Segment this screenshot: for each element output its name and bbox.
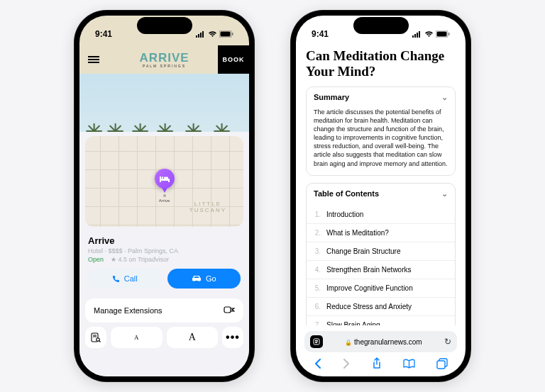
signal-icon xyxy=(412,30,422,38)
phone-mockup-left: 9:41 ARRIVE PALM SPRINGS BOOK ✳ ✳ ✳ ✳ ✳ … xyxy=(74,10,255,382)
summary-toggle[interactable]: Summary ⌄ xyxy=(307,87,455,108)
svg-rect-19 xyxy=(414,34,416,38)
toc-item[interactable]: 6.Reduce Stress and Anxiety xyxy=(307,297,455,315)
place-name: Arrive xyxy=(88,235,241,246)
place-status-row: Open ★ 4.5 on Tripadvisor xyxy=(88,256,241,263)
phone-mockup-right: 9:41 Can Meditation Change Your Mind? Su… xyxy=(290,10,471,382)
toc-item[interactable]: 2.What is Meditation? xyxy=(307,223,455,242)
small-a-icon: A xyxy=(134,334,139,341)
toc-heading: Table of Contents xyxy=(314,189,379,198)
place-meta: Hotel · $$$$ · Palm Springs, CA xyxy=(88,247,241,254)
manage-extensions-label: Manage Extensions xyxy=(94,306,163,315)
svg-rect-3 xyxy=(202,31,204,38)
tabs-button[interactable] xyxy=(436,358,448,371)
forward-button[interactable] xyxy=(343,358,351,371)
dynamic-island xyxy=(137,17,192,34)
wifi-icon xyxy=(208,30,217,38)
svg-rect-23 xyxy=(437,32,447,37)
chevron-down-icon: ⌄ xyxy=(441,189,448,198)
call-button[interactable]: Call xyxy=(88,269,162,289)
toc-item[interactable]: 4.Strengthen Brain Networks xyxy=(307,260,455,279)
toc-item[interactable]: 3.Change Brain Structure xyxy=(307,242,455,260)
battery-icon xyxy=(219,30,233,38)
extension-icon xyxy=(224,305,235,316)
ellipsis-icon: ••• xyxy=(226,331,240,344)
book-button[interactable]: BOOK xyxy=(218,45,249,74)
map-pin-label: Arrive xyxy=(155,198,175,203)
svg-rect-7 xyxy=(160,177,161,182)
article-title: Can Meditation Change Your Mind? xyxy=(306,48,456,79)
map-card[interactable]: LITTLE TUSCANY Arrive xyxy=(85,136,243,227)
chevron-left-icon xyxy=(314,358,321,369)
svg-rect-18 xyxy=(412,35,414,38)
reload-button[interactable]: ↻ xyxy=(444,337,451,347)
svg-point-16 xyxy=(97,338,99,341)
screen-right: 9:41 Can Meditation Change Your Mind? Su… xyxy=(296,16,466,376)
car-icon xyxy=(192,275,202,282)
share-icon xyxy=(372,357,382,369)
summary-section: Summary ⌄ The article discusses the pote… xyxy=(306,86,456,176)
lock-icon: 🔒 xyxy=(345,340,352,346)
toc-item[interactable]: 1.Introduction xyxy=(307,206,455,223)
svg-rect-6 xyxy=(232,33,233,35)
address-bar[interactable]: 🔒 thegranularnews.com ↻ xyxy=(304,331,457,352)
battery-icon xyxy=(436,30,450,38)
chevron-down-icon: ⌄ xyxy=(441,93,448,102)
open-status: Open xyxy=(88,256,104,263)
font-smaller-button[interactable]: A xyxy=(111,327,163,348)
svg-rect-1 xyxy=(198,34,199,38)
brand-sub: PALM SPRINGS xyxy=(139,64,189,68)
map-pin[interactable]: Arrive xyxy=(155,169,175,203)
svg-rect-20 xyxy=(417,33,418,38)
brand-main: ARRIVE xyxy=(139,51,189,65)
large-a-icon: A xyxy=(189,332,196,343)
call-label: Call xyxy=(124,274,138,283)
svg-rect-24 xyxy=(448,33,450,35)
go-button[interactable]: Go xyxy=(167,269,241,289)
svg-rect-21 xyxy=(419,31,420,38)
summary-heading: Summary xyxy=(314,93,349,101)
svg-rect-2 xyxy=(200,33,202,38)
toc-item[interactable]: 5.Improve Cognitive Function xyxy=(307,279,455,297)
menu-button[interactable] xyxy=(79,55,108,65)
rating: ★ 4.5 on Tripadvisor xyxy=(111,256,169,263)
manage-extensions-button[interactable]: Manage Extensions xyxy=(85,298,243,323)
page-search-icon xyxy=(91,332,101,342)
url-text: 🔒 thegranularnews.com xyxy=(327,338,440,346)
reader-icon[interactable] xyxy=(310,335,323,348)
phone-icon xyxy=(112,275,120,283)
more-button[interactable]: ••• xyxy=(222,327,243,348)
toc-list: 1.Introduction 2.What is Meditation? 3.C… xyxy=(307,204,455,325)
svg-rect-9 xyxy=(168,179,170,182)
toc-item[interactable]: 7.Slow Brain Aging xyxy=(307,315,455,325)
status-time: 9:41 xyxy=(312,29,329,39)
wifi-icon xyxy=(424,30,434,38)
safari-toolbar: A A ••• xyxy=(85,327,243,352)
font-larger-button[interactable]: A xyxy=(167,327,219,348)
tabs-icon xyxy=(436,358,448,369)
chevron-right-icon xyxy=(343,358,351,369)
brand-logo[interactable]: ARRIVE PALM SPRINGS xyxy=(139,51,189,68)
site-header: ARRIVE PALM SPRINGS BOOK xyxy=(79,45,249,74)
svg-rect-0 xyxy=(196,35,197,38)
screen-left: 9:41 ARRIVE PALM SPRINGS BOOK ✳ ✳ ✳ ✳ ✳ … xyxy=(79,16,249,376)
bottom-sheet: LITTLE TUSCANY Arrive Arrive Hotel · $$$… xyxy=(79,132,249,376)
svg-rect-12 xyxy=(224,307,231,313)
signal-icon xyxy=(196,30,206,38)
svg-rect-8 xyxy=(161,179,168,181)
reader-toggle-button[interactable] xyxy=(85,327,106,348)
svg-rect-30 xyxy=(437,361,445,369)
go-label: Go xyxy=(206,274,216,283)
hero-image: ✳ ✳ ✳ ✳ ✳ ✳ xyxy=(79,74,249,132)
bookmarks-button[interactable] xyxy=(403,359,415,371)
status-right xyxy=(196,30,233,38)
book-icon xyxy=(403,359,415,369)
share-button[interactable] xyxy=(372,357,382,371)
back-button[interactable] xyxy=(314,358,321,371)
map-neighborhood-label: LITTLE TUSCANY xyxy=(189,201,226,214)
svg-rect-11 xyxy=(164,177,168,179)
svg-point-10 xyxy=(161,177,163,179)
dynamic-island xyxy=(353,17,409,34)
toc-toggle[interactable]: Table of Contents ⌄ xyxy=(307,184,455,204)
toc-section: Table of Contents ⌄ 1.Introduction 2.Wha… xyxy=(306,183,456,325)
